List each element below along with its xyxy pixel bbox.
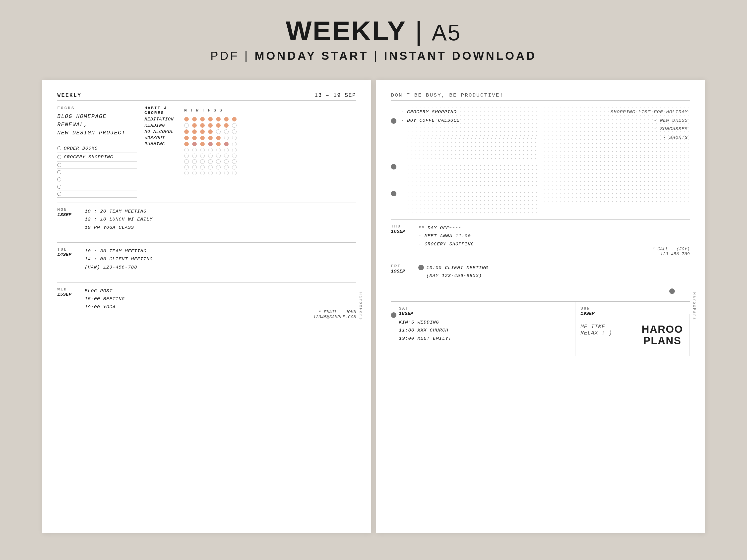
page-right: DON'T BE BUSY, BE PRODUCTIVE! - GROCERY … xyxy=(376,80,705,533)
day-events-wed: BLOG POST 15:00 MEETING 19:00 YOGA xyxy=(85,287,308,320)
habit-dots xyxy=(184,117,236,122)
day-label-thu: THU 16SEP xyxy=(391,224,413,257)
habit-row: READING xyxy=(145,123,356,128)
habit-dot xyxy=(224,171,229,175)
todo-left: - GROCERY SHOPPING- BUY COFFE CALSULE xyxy=(391,106,538,215)
subtitle: PDF | MONDAY START | INSTANT DOWNLOAD xyxy=(210,49,537,62)
pages-container: WEEKLY 13 – 19 SEP FOCUS BLOG HOMEPAGE R… xyxy=(22,80,725,533)
habit-dot xyxy=(216,136,221,140)
habit-dot xyxy=(208,117,213,122)
todo-left-content: - GROCERY SHOPPING- BUY COFFE CALSULE xyxy=(399,106,538,136)
sat-sun-row: SAT 18SEP KIM'S WEDDING 11:00 XXX CHURCH… xyxy=(391,301,690,356)
day-section-mon: MON 13SEP 10 : 20 TEAM MEETING 12 : 10 L… xyxy=(57,203,356,242)
habit-dot xyxy=(184,148,189,152)
title-bold: WEEKLY xyxy=(286,16,406,46)
habit-dot xyxy=(232,129,236,134)
habit-dot xyxy=(208,123,213,128)
sidebar-label-left: HarooPans xyxy=(358,292,363,320)
habit-dot xyxy=(184,123,189,128)
habit-row: WORKOUT xyxy=(145,135,356,140)
habit-dot xyxy=(200,142,205,146)
habit-dot xyxy=(200,117,205,122)
habit-dot xyxy=(232,165,236,169)
habit-dot xyxy=(192,123,197,128)
habit-dot xyxy=(216,165,221,169)
habit-dots xyxy=(184,148,236,152)
task-circle xyxy=(57,185,61,189)
habit-dot xyxy=(232,171,236,175)
fri-content: 10:00 CLIENT MEETING (MAY 123-456-98XX) xyxy=(418,264,690,296)
subtitle-monday: MONDAY START xyxy=(255,49,369,62)
day-events-thu: ** DAY OFF~~~~ - MEET ANNA 11:00 - GROCE… xyxy=(418,224,647,257)
habit-dot xyxy=(208,159,213,164)
task-item xyxy=(57,176,137,183)
sat-text: SAT 18SEP KIM'S WEDDING 11:00 XXX CHURCH… xyxy=(399,306,452,343)
day-events-mon: 10 : 20 TEAM MEETING 12 : 10 LUNCH WI EM… xyxy=(85,207,356,240)
habit-dot xyxy=(184,165,189,169)
focus-text: BLOG HOMEPAGE RENEWAL,NEW DESIGN PROJECT xyxy=(57,112,137,137)
habit-dot xyxy=(200,165,205,169)
habit-dot xyxy=(192,117,197,122)
task-circle xyxy=(57,170,61,174)
habit-dot xyxy=(192,165,197,169)
habit-dot xyxy=(208,142,213,146)
habit-dot xyxy=(216,154,221,158)
habit-dot xyxy=(224,148,229,152)
habit-row xyxy=(145,154,356,158)
subtitle-pdf: PDF xyxy=(210,49,239,62)
habit-dot xyxy=(192,142,197,146)
habits-section: HABIT & CHORES MTWTFSS MEDITATION xyxy=(145,106,356,197)
task-circle xyxy=(57,155,61,159)
page-left: WEEKLY 13 – 19 SEP FOCUS BLOG HOMEPAGE R… xyxy=(42,80,371,533)
day-note-wed: * EMAIL - JOHN12345@SAMPLE.COM xyxy=(313,310,356,320)
habit-dot xyxy=(232,136,236,140)
habit-dot xyxy=(232,117,236,122)
habit-dot xyxy=(184,136,189,140)
day-events-fri: 10:00 CLIENT MEETING (MAY 123-456-98XX) xyxy=(426,264,690,296)
sat-bullet xyxy=(391,312,396,318)
habit-dot xyxy=(200,123,205,128)
task-item xyxy=(57,162,137,169)
habit-dot xyxy=(184,159,189,164)
todo-middle-dotted xyxy=(399,163,538,188)
page1-label: WEEKLY xyxy=(57,92,81,99)
habit-dot xyxy=(224,129,229,134)
lower-bullet xyxy=(391,191,396,196)
habit-dot xyxy=(184,171,189,175)
habit-dot xyxy=(216,159,221,164)
habit-row: NO ALCOHOL xyxy=(145,129,356,134)
todo-left-text: - GROCERY SHOPPING- BUY COFFE CALSULE xyxy=(399,106,538,136)
habit-dot xyxy=(192,159,197,164)
habit-dots xyxy=(184,165,236,169)
task-item xyxy=(57,183,137,190)
habit-dot xyxy=(224,123,229,128)
day-section-fri: FRI 19SEP 10:00 CLIENT MEETING (MAY 123-… xyxy=(391,259,690,299)
task-circle xyxy=(57,146,61,150)
habit-row xyxy=(145,159,356,164)
habit-dot xyxy=(208,136,213,140)
main-title: WEEKLY | A5 xyxy=(210,15,537,47)
habit-dot xyxy=(192,171,197,175)
day-label-fri: FRI 19SEP xyxy=(391,264,413,296)
todo-right-dotted xyxy=(543,156,690,205)
title-separator: | xyxy=(406,16,432,46)
habit-dots xyxy=(184,171,236,175)
habit-dot xyxy=(192,154,197,158)
habit-dots xyxy=(184,123,236,128)
day-events-tue: 10 : 30 TEAM MEETING 14 : 00 CLIENT MEET… xyxy=(85,247,356,280)
habit-dot xyxy=(208,171,213,175)
habit-dot xyxy=(192,129,197,134)
day-events-sat: KIM'S WEDDING 11:00 XXX CHURCH 19:00 MEE… xyxy=(399,318,452,343)
habits-days: MTWTFSS xyxy=(184,108,222,113)
day-section-tue: TUE 14SEP 10 : 30 TEAM MEETING 14 : 00 C… xyxy=(57,242,356,282)
habit-dots xyxy=(184,136,236,140)
tasks-habits-row: FOCUS BLOG HOMEPAGE RENEWAL,NEW DESIGN P… xyxy=(57,106,356,197)
habit-dot xyxy=(200,129,205,134)
subtitle-download: INSTANT DOWNLOAD xyxy=(384,49,537,62)
habit-row: RUNNING xyxy=(145,142,356,146)
task-item: ORDER BOOKS xyxy=(57,144,137,153)
habits-title: HABIT & CHORES xyxy=(145,106,184,115)
fri-extra-dot xyxy=(669,289,675,294)
day-label-mon: MON 13SEP xyxy=(57,207,80,240)
day-section-thu: THU 16SEP ** DAY OFF~~~~ - MEET ANNA 11:… xyxy=(391,219,690,259)
